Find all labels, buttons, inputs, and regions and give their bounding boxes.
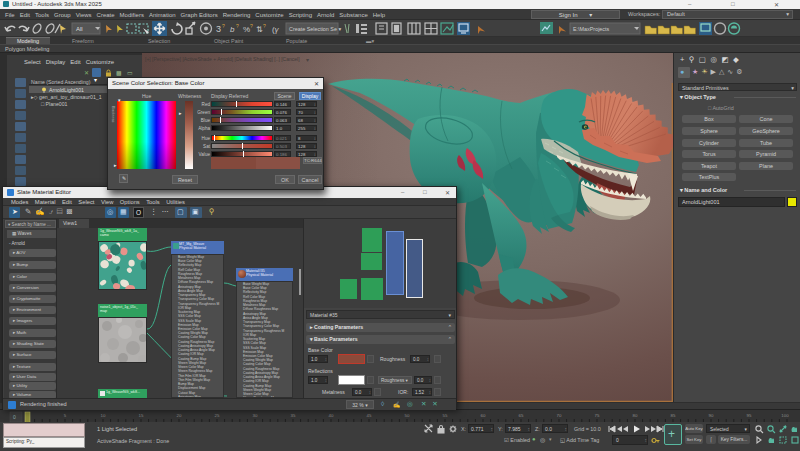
svg-text:?: ?	[236, 23, 239, 29]
svg-text:?: ?	[250, 23, 253, 29]
svg-text:20: 20	[177, 413, 182, 418]
svg-text:b: b	[230, 25, 235, 34]
svg-text:(𝛾: (𝛾	[272, 25, 280, 34]
svg-text:15: 15	[139, 413, 144, 418]
svg-text:85: 85	[671, 413, 676, 418]
svg-text:25: 25	[215, 413, 220, 418]
svg-text:40: 40	[329, 413, 334, 418]
svg-text:All: All	[76, 26, 83, 32]
svg-text:65: 65	[519, 413, 524, 418]
svg-text:90: 90	[709, 413, 714, 418]
svg-text:70: 70	[557, 413, 562, 418]
svg-text:80: 80	[633, 413, 638, 418]
svg-text:Create Selection Se ▾: Create Selection Se ▾	[289, 26, 341, 32]
svg-text:30: 30	[253, 413, 258, 418]
svg-text:▾: ▾	[306, 57, 309, 63]
svg-text:[+] [Perspective] [ActiveShade: [+] [Perspective] [ActiveShade + Arnold]…	[145, 56, 300, 62]
svg-text:95: 95	[747, 413, 752, 418]
svg-text:⇅: ⇅	[256, 25, 263, 34]
svg-text:E:\MaxProjects: E:\MaxProjects	[573, 26, 610, 32]
svg-text:100: 100	[781, 413, 789, 418]
svg-text:3: 3	[216, 24, 221, 34]
svg-text:50: 50	[405, 413, 410, 418]
svg-text:35: 35	[291, 413, 296, 418]
svg-text:10: 10	[101, 413, 106, 418]
svg-text:?: ?	[222, 23, 225, 29]
svg-text:45: 45	[367, 413, 372, 418]
svg-text:?: ?	[263, 23, 266, 29]
svg-text:60: 60	[481, 413, 486, 418]
svg-text:55: 55	[443, 413, 448, 418]
svg-text:0: 0	[13, 414, 16, 420]
svg-text:75: 75	[595, 413, 600, 418]
